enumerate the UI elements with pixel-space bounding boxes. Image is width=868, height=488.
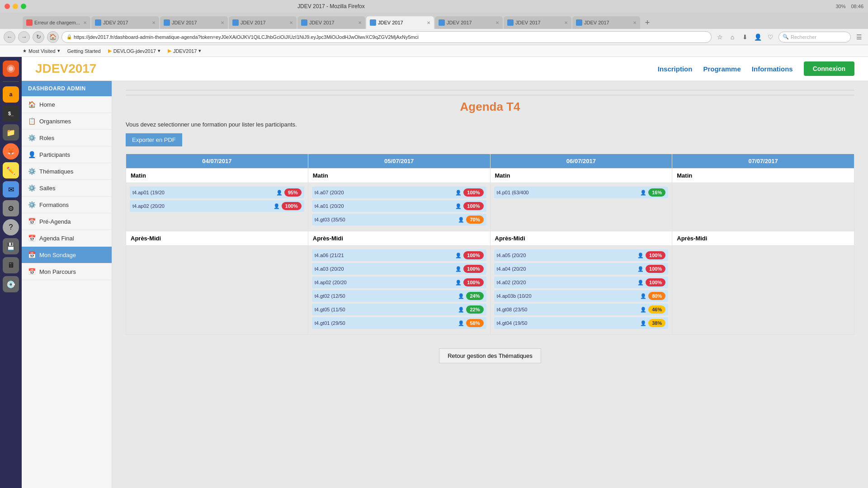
sidebar-item-organismes[interactable]: 📋 Organismes (22, 113, 112, 130)
forward-nav-button[interactable]: → (18, 31, 30, 43)
bookmark-getting-started[interactable]: Getting Started (67, 48, 101, 54)
session-t4gt04[interactable]: t4.gt04 (19/50 👤 38% (494, 317, 669, 329)
tab-close-4[interactable]: ✕ (289, 20, 293, 25)
settings-icon[interactable]: ⚙ (3, 200, 19, 216)
tab-close-5[interactable]: ✕ (358, 20, 362, 25)
info-text: Vous devez selectionner une formation po… (126, 121, 854, 128)
session-t4a06[interactable]: t4.a06 (21/21 👤 100% (312, 249, 486, 261)
sidebar-item-roles[interactable]: ⚙️ Roles (22, 130, 112, 146)
sidebar-item-participants[interactable]: 👤 Participants (22, 146, 112, 163)
firefox-icon[interactable]: 🦊 (3, 143, 19, 160)
tab-label-6: JDEV 2017 (378, 20, 403, 25)
nav-inscription[interactable]: Inscription (658, 65, 693, 73)
tab-1[interactable]: Erreur de chargem... ✕ (23, 16, 90, 29)
sidebar-item-mon-parcours[interactable]: 📅 Mon Parcours (22, 263, 112, 280)
session-t4a04[interactable]: t4.a04 (20/20 👤 100% (494, 263, 669, 275)
back-nav-button[interactable]: ← (4, 31, 15, 43)
battery-indicator: 30% (835, 4, 845, 9)
session-t4gt05[interactable]: t4.gt05 (11/50 👤 22% (312, 304, 486, 315)
sidebar-item-thematiques[interactable]: ⚙️ Thématiques (22, 163, 112, 180)
tab-9[interactable]: JDEV 2017 ✕ (572, 16, 640, 29)
tab-label-8: JDEV 2017 (515, 20, 541, 25)
nav-programme[interactable]: Programme (703, 65, 741, 73)
tab-close-1[interactable]: ✕ (83, 20, 87, 25)
tab-close-6[interactable]: ✕ (427, 20, 430, 25)
tab-6-active[interactable]: JDEV 2017 ✕ (366, 16, 434, 29)
download-icon[interactable]: ⬇ (740, 32, 750, 42)
session-t4a01[interactable]: t4.a01 (20/20 👤 100% (312, 200, 486, 212)
minimize-button[interactable] (13, 4, 18, 9)
storage-icon-3[interactable]: 💽 (3, 276, 19, 292)
session-t4a02[interactable]: t4.a02 (20/20 👤 100% (494, 277, 669, 288)
sidebar-item-home[interactable]: 🏠 Home (22, 96, 112, 113)
nav-informations[interactable]: Informations (752, 65, 793, 73)
home-nav-button[interactable]: 🏠 (47, 31, 59, 43)
export-pdf-button[interactable]: Exporter en PDF (126, 133, 182, 146)
dashboard-sidebar-title: DASHBOARD ADMIN (22, 81, 112, 96)
tab-4[interactable]: JDEV 2017 ✕ (229, 16, 297, 29)
profile-icon[interactable]: 👤 (752, 32, 763, 42)
mail-icon[interactable]: ✉ (3, 181, 19, 197)
site-header: JDEV2017 Inscription Programme Informati… (22, 57, 868, 81)
home-icon[interactable]: ⌂ (727, 32, 738, 42)
tab-close-7[interactable]: ✕ (495, 20, 499, 25)
amazon-icon[interactable]: a (3, 86, 19, 103)
session-code-t4ap03b: t4.ap03b (10/20 (497, 293, 639, 299)
tab-close-3[interactable]: ✕ (221, 20, 224, 25)
edit-icon[interactable]: ✏️ (3, 162, 19, 178)
help-icon[interactable]: ? (3, 219, 19, 235)
sidebar-item-salles[interactable]: ⚙️ Salles (22, 180, 112, 197)
tab-close-2[interactable]: ✕ (152, 20, 156, 25)
storage-icon-2[interactable]: 🖥 (3, 257, 19, 273)
svg-point-1 (9, 66, 13, 71)
sidebar-mon-sondage-label: Mon Sondage (39, 252, 76, 258)
badge-t4a01: 100% (463, 202, 483, 210)
tab-5[interactable]: JDEV 2017 ✕ (297, 16, 365, 29)
session-t4gt02[interactable]: t4.gt02 (12/50 👤 24% (312, 290, 486, 302)
session-t4a07[interactable]: t4.a07 (20/20 👤 100% (312, 187, 486, 198)
session-t4a03[interactable]: t4.a03 (20/20 👤 100% (312, 263, 486, 275)
session-t4ap02[interactable]: t4.ap02 (20/20 👤 100% (130, 200, 304, 212)
session-t4ap01[interactable]: t4.ap01 (19/20 👤 95% (130, 187, 304, 198)
ubuntu-icon[interactable] (3, 61, 19, 77)
storage-icon[interactable]: 💾 (3, 238, 19, 254)
bookmark-jdev2017[interactable]: ▶ JDEV2017 ▾ (168, 48, 202, 54)
tab-close-9[interactable]: ✕ (633, 20, 637, 25)
session-t4a05[interactable]: t4.a05 (20/20 👤 100% (494, 249, 669, 261)
os-sidebar: a $_ 📁 🦊 ✏️ ✉ ⚙ ? 💾 🖥 💽 (0, 57, 22, 488)
connexion-button[interactable]: Connexion (804, 61, 854, 76)
sidebar-item-formations[interactable]: ⚙️ Formations (22, 197, 112, 213)
sidebar-item-pre-agenda[interactable]: 📅 Pré-Agenda (22, 213, 112, 230)
back-button[interactable]: Retour gestion des Thématiques (439, 348, 541, 363)
reload-button[interactable]: ↻ (33, 31, 44, 43)
maximize-button[interactable] (21, 4, 26, 9)
tab-2[interactable]: JDEV 2017 ✕ (91, 16, 159, 29)
new-tab-button[interactable]: + (641, 16, 654, 29)
session-t4gt01[interactable]: t4.gt01 (29/50 👤 58% (312, 317, 486, 329)
sidebar-item-mon-sondage[interactable]: 📅 Mon Sondage (22, 247, 112, 263)
dashboard: DASHBOARD ADMIN 🏠 Home 📋 Organismes ⚙️ R… (22, 81, 868, 488)
session-t4ap02-pm[interactable]: t4.ap02 (20/20 👤 100% (312, 277, 486, 288)
tab-3[interactable]: JDEV 2017 ✕ (160, 16, 228, 29)
sidebar-item-agenda-final[interactable]: 📅 Agenda Final (22, 230, 112, 247)
url-bar[interactable]: 🔒 https://jdev2017.fr/dashboard-admin-th… (61, 31, 712, 43)
search-bar[interactable]: 🔍 Rechercher (778, 32, 851, 42)
tab-7[interactable]: JDEV 2017 ✕ (435, 16, 503, 29)
session-t4gt08[interactable]: t4.gt08 (23/50 👤 46% (494, 304, 669, 315)
files-icon[interactable]: 📁 (3, 124, 19, 141)
bookmark-most-visited[interactable]: ★ Most Visited ▾ (23, 48, 60, 54)
bookmark-star-icon[interactable]: ☆ (714, 32, 725, 42)
tab-label-1: Erreur de chargem... (34, 20, 80, 25)
bookmark-devlog[interactable]: ▶ DEVLOG-jdev2017 ▾ (108, 48, 160, 54)
tab-8[interactable]: JDEV 2017 ✕ (504, 16, 571, 29)
terminal-icon[interactable]: $_ (3, 105, 19, 122)
session-t4p01[interactable]: t4.p01 (63/400 👤 16% (494, 187, 669, 198)
tab-close-8[interactable]: ✕ (564, 20, 568, 25)
heart-icon[interactable]: ♡ (765, 32, 776, 42)
sidebar-home-label: Home (39, 101, 55, 108)
session-t4gt03[interactable]: t4.gt03 (35/50 👤 70% (312, 214, 486, 225)
close-button[interactable] (5, 4, 10, 9)
menu-icon[interactable]: ☰ (854, 32, 864, 42)
session-t4ap03b[interactable]: t4.ap03b (10/20 👤 80% (494, 290, 669, 302)
afternoon-header-row: Après-Midi Après-Midi Après-Midi Après-M… (126, 231, 854, 246)
